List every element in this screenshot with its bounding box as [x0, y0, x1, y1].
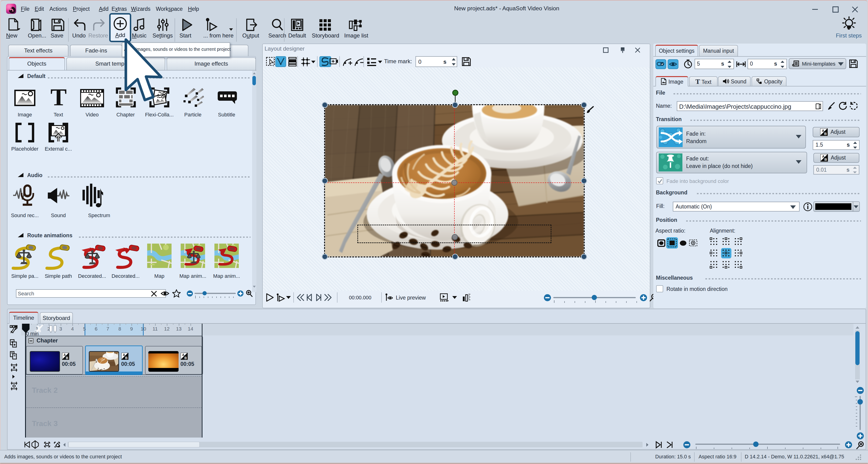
svg-text:A: A [63, 353, 66, 357]
svg-text:B: B [125, 356, 127, 360]
svg-text:B: B [824, 132, 827, 136]
svg-text:B: B [66, 356, 68, 360]
svg-text:T: T [51, 87, 67, 109]
svg-text:A: A [182, 353, 184, 357]
svg-text:B: B [184, 356, 187, 360]
svg-text:B: B [825, 157, 827, 161]
svg-text:A: A [123, 353, 125, 357]
